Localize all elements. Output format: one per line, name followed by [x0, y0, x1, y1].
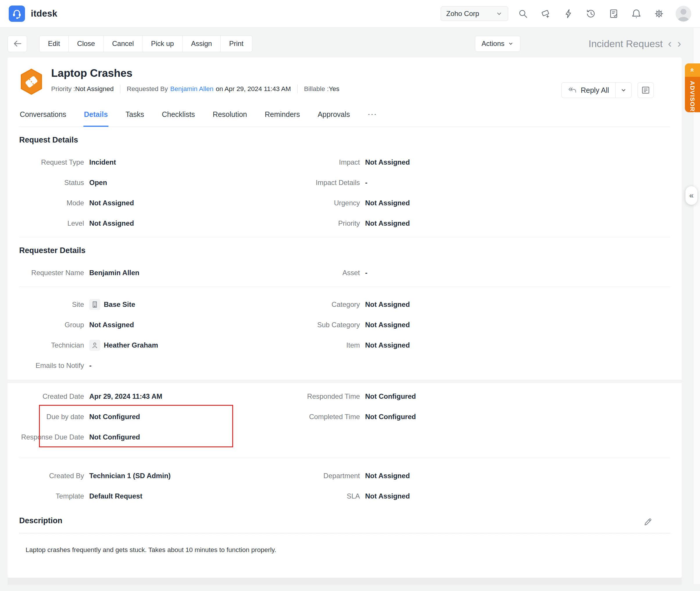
- dates-section: Created Date Apr 29, 2024 11:43 AM Due b…: [19, 386, 670, 447]
- field-row-level: Level Not Assigned: [19, 213, 295, 234]
- advisory-label: ADVISORY: [689, 81, 696, 112]
- field-row-mode: Mode Not Assigned: [19, 193, 295, 213]
- app-title: itdesk: [31, 8, 57, 19]
- section-title-description: Description: [19, 516, 63, 525]
- advisory-tab[interactable]: « ADVISORY: [685, 63, 700, 112]
- request-title-row: Laptop Crashes Priority :Not Assigned Re…: [19, 57, 670, 98]
- requested-by-label: Requested By: [127, 85, 168, 93]
- quick-actions-button[interactable]: [563, 9, 573, 19]
- request-title: Laptop Crashes: [51, 67, 339, 79]
- dates-grid: Created Date Apr 29, 2024 11:43 AM Due b…: [19, 386, 670, 447]
- field-row-impact: Impact Not Assigned: [295, 152, 670, 173]
- next-request-button[interactable]: ›: [677, 38, 682, 49]
- hexagon-ticket-icon: [19, 68, 44, 95]
- add-request-button[interactable]: [541, 9, 551, 19]
- back-arrow-icon: [13, 39, 22, 48]
- reply-all-label: Reply All: [581, 86, 609, 94]
- advisory-expand-strip: «: [685, 63, 700, 77]
- meta-left: Created By Technician 1 (SD Admin) Templ…: [19, 466, 295, 506]
- tab-tasks[interactable]: Tasks: [125, 107, 145, 127]
- pickup-button[interactable]: Pick up: [142, 36, 182, 52]
- description-text: Laptop crashes frequently and gets stuck…: [25, 546, 670, 554]
- title-actions: Reply All: [561, 82, 654, 98]
- reply-options-button[interactable]: [615, 83, 631, 98]
- field-row-request-type: Request Type Incident: [19, 152, 295, 173]
- settings-button[interactable]: [654, 9, 664, 19]
- chevron-down-icon: [620, 87, 627, 93]
- section-band-divider: [8, 380, 682, 383]
- app-header: itdesk Zoho Corp: [0, 0, 700, 27]
- requested-on: on Apr 29, 2024 11:43 AM: [216, 85, 291, 93]
- collapse-panel-button[interactable]: «: [686, 186, 697, 205]
- tab-checklists[interactable]: Checklists: [161, 107, 196, 127]
- headset-icon: [11, 8, 22, 19]
- bell-icon: [631, 9, 641, 19]
- chevron-down-icon: [508, 41, 514, 47]
- dotted-divider: [19, 533, 670, 533]
- approvals-button[interactable]: [609, 9, 619, 19]
- assign-button[interactable]: Assign: [182, 36, 221, 52]
- pencil-icon: [643, 517, 652, 525]
- billable-label: Billable :: [304, 85, 329, 93]
- tab-more[interactable]: ···: [367, 107, 378, 127]
- notifications-button[interactable]: [631, 9, 641, 19]
- lightning-icon: [563, 9, 573, 19]
- request-details-grid: Request Type Incident Status Open Mode N…: [19, 152, 670, 234]
- request-details-right: Impact Not Assigned Impact Details - Urg…: [295, 152, 670, 234]
- assignment-grid: Site Base Site Group Not Assigned: [19, 294, 670, 376]
- reply-all-button[interactable]: Reply All: [562, 86, 615, 94]
- tab-conversations[interactable]: Conversations: [19, 107, 67, 127]
- requester-details-right: Asset -: [295, 263, 670, 283]
- cancel-button[interactable]: Cancel: [104, 36, 143, 52]
- assignment-left: Site Base Site Group Not Assigned: [19, 294, 295, 376]
- actions-dropdown[interactable]: Actions: [475, 36, 521, 52]
- previous-request-button[interactable]: ‹: [668, 38, 673, 49]
- tab-resolution[interactable]: Resolution: [212, 107, 248, 127]
- field-row-category: Category Not Assigned: [295, 294, 670, 315]
- person-icon: [89, 340, 100, 351]
- meta-grid: Created By Technician 1 (SD Admin) Templ…: [19, 466, 670, 506]
- dates-left: Created Date Apr 29, 2024 11:43 AM Due b…: [19, 386, 295, 447]
- field-row-site: Site Base Site: [19, 294, 295, 315]
- header-icon-bar: [518, 9, 664, 19]
- close-button[interactable]: Close: [69, 36, 103, 52]
- section-divider: [19, 458, 670, 458]
- form-check-icon: [609, 9, 619, 19]
- ticket-plus-icon: [541, 9, 551, 19]
- history-clock-icon: [586, 9, 596, 19]
- search-button[interactable]: [518, 9, 528, 19]
- print-button[interactable]: Print: [221, 36, 252, 52]
- field-row-item: Item Not Assigned: [295, 335, 670, 355]
- field-row-due-by-date: Due by date Not Configured: [19, 407, 295, 427]
- edit-description-button[interactable]: [643, 517, 652, 525]
- double-chevron-icon: «: [688, 68, 697, 72]
- description-header: Description: [19, 516, 670, 525]
- history-button[interactable]: [586, 9, 596, 19]
- tab-details[interactable]: Details: [83, 107, 108, 127]
- tab-reminders[interactable]: Reminders: [264, 107, 301, 127]
- field-row-responded-time: Responded Time Not Configured: [295, 386, 670, 407]
- requester-details-grid: Requester Name Benjamin Allen Asset -: [19, 263, 670, 283]
- tab-approvals[interactable]: Approvals: [317, 107, 351, 127]
- notes-icon: [641, 85, 650, 95]
- requester-link[interactable]: Benjamin Allen: [170, 85, 213, 93]
- meta-separator: [297, 85, 298, 93]
- field-row-created-date: Created Date Apr 29, 2024 11:43 AM: [19, 386, 295, 407]
- field-row-completed-time: Completed Time Not Configured: [295, 407, 670, 427]
- toolbar: Edit Close Cancel Pick up Assign Print A…: [0, 27, 700, 52]
- edit-button[interactable]: Edit: [39, 36, 69, 52]
- back-button[interactable]: [8, 36, 27, 52]
- user-avatar[interactable]: [676, 6, 691, 21]
- itdesk-logo[interactable]: [9, 5, 25, 22]
- field-row-sla: SLA Not Assigned: [295, 486, 670, 506]
- field-row-asset: Asset -: [295, 263, 670, 283]
- field-row-sub-category: Sub Category Not Assigned: [295, 315, 670, 335]
- request-meta-row: Priority :Not Assigned Requested By Benj…: [51, 85, 339, 93]
- title-block: Laptop Crashes Priority :Not Assigned Re…: [51, 67, 339, 93]
- building-icon: [89, 299, 100, 310]
- notes-button[interactable]: [637, 82, 654, 98]
- org-selector[interactable]: Zoho Corp: [441, 6, 508, 21]
- field-row-response-due-date: Response Due Date Not Configured: [19, 427, 295, 447]
- site-value: Base Site: [104, 301, 135, 309]
- priority-value: Not Assigned: [75, 85, 114, 93]
